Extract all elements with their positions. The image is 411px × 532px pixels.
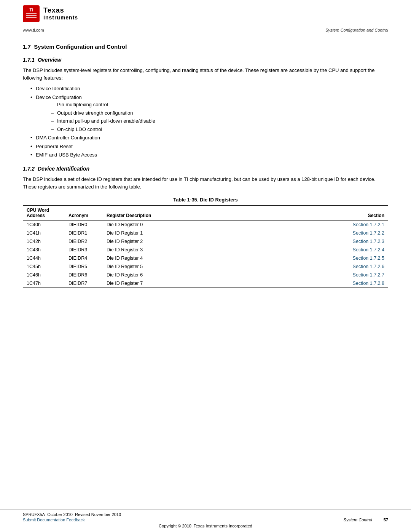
logo-instruments: Instruments xyxy=(43,14,78,21)
cell-section[interactable]: Section 1.7.2.3 xyxy=(339,237,388,246)
table-row: 1C45hDIEIDR5Die ID Register 5Section 1.7… xyxy=(23,262,388,271)
table-row: 1C44hDIEIDR4Die ID Register 4Section 1.7… xyxy=(23,254,388,262)
cell-cpu-word: 1C44h xyxy=(23,254,65,262)
cell-section[interactable]: Section 1.7.2.4 xyxy=(339,246,388,254)
section-172-title: 1.7.2 Device Identification xyxy=(23,166,388,172)
cell-section[interactable]: Section 1.7.2.8 xyxy=(339,279,388,288)
section-link[interactable]: Section 1.7.2.3 xyxy=(353,239,384,244)
cell-description: Die ID Register 2 xyxy=(103,237,339,246)
cell-acronym: DIEIDR4 xyxy=(65,254,103,262)
table-header-row: CPU WordAddress Acronym Register Descrip… xyxy=(23,205,388,220)
cell-acronym: DIEIDR6 xyxy=(65,271,103,279)
cell-acronym: DIEIDR5 xyxy=(65,262,103,271)
sub-header: www.ti.com System Configuration and Cont… xyxy=(0,26,411,34)
section-171-paragraph: The DSP includes system-level registers … xyxy=(23,67,388,82)
footer-copyright: Copyright © 2010, Texas Instruments Inco… xyxy=(23,524,388,528)
section-link[interactable]: Section 1.7.2.7 xyxy=(353,272,384,278)
cell-acronym: DIEIDR2 xyxy=(65,237,103,246)
cell-cpu-word: 1C43h xyxy=(23,246,65,254)
section-171-bullet-list: Device Identification Device Configurati… xyxy=(30,85,388,159)
cell-acronym: DIEIDR3 xyxy=(65,246,103,254)
table-body: 1C40hDIEIDR0Die ID Register 0Section 1.7… xyxy=(23,220,388,288)
page-header: TI Texas Instruments xyxy=(0,0,411,26)
cell-description: Die ID Register 1 xyxy=(103,229,339,237)
list-item: Device Identification xyxy=(30,85,388,93)
table-row: 1C42hDIEIDR2Die ID Register 2Section 1.7… xyxy=(23,237,388,246)
main-content: 1.7 System Configuration and Control 1.7… xyxy=(0,34,411,311)
table-caption: Table 1-35. Die ID Registers xyxy=(23,197,388,203)
cell-cpu-word: 1C41h xyxy=(23,229,65,237)
cell-cpu-word: 1C42h xyxy=(23,237,65,246)
cell-cpu-word: 1C47h xyxy=(23,279,65,288)
section-link[interactable]: Section 1.7.2.5 xyxy=(353,256,384,261)
list-subitem: Output drive strength configuration xyxy=(51,109,388,117)
die-id-registers-table: CPU WordAddress Acronym Register Descrip… xyxy=(23,205,388,288)
cell-description: Die ID Register 3 xyxy=(103,246,339,254)
cell-cpu-word: 1C40h xyxy=(23,220,65,229)
section-172-paragraph: The DSP includes a set of device ID regi… xyxy=(23,176,388,191)
col-header-section: Section xyxy=(339,205,388,220)
section-link[interactable]: Section 1.7.2.1 xyxy=(353,222,384,227)
chapter-title: System Configuration and Control xyxy=(325,28,388,32)
cell-description: Die ID Register 0 xyxy=(103,220,339,229)
section-171-title: 1.7.1 Overview xyxy=(23,57,388,63)
cell-section[interactable]: Section 1.7.2.5 xyxy=(339,254,388,262)
col-header-cpu: CPU WordAddress xyxy=(23,205,65,220)
dash-sublist: Pin multiplexing control Output drive st… xyxy=(51,101,388,133)
section-link[interactable]: Section 1.7.2.2 xyxy=(353,230,384,236)
logo-text: Texas Instruments xyxy=(43,6,78,21)
section-link[interactable]: Section 1.7.2.8 xyxy=(353,281,384,286)
table-row: 1C46hDIEIDR6Die ID Register 6Section 1.7… xyxy=(23,271,388,279)
svg-text:TI: TI xyxy=(30,8,33,12)
table-row: 1C47hDIEIDR7Die ID Register 7Section 1.7… xyxy=(23,279,388,288)
list-item: Peripheral Reset xyxy=(30,143,388,150)
cell-description: Die ID Register 4 xyxy=(103,254,339,262)
cell-section[interactable]: Section 1.7.2.1 xyxy=(339,220,388,229)
footer-top: SPRUFX5A–October 2010–Revised November 2… xyxy=(23,512,388,522)
website-label: www.ti.com xyxy=(23,28,44,32)
col-header-acronym: Acronym xyxy=(65,205,103,220)
list-item: DMA Controller Configuration xyxy=(30,134,388,142)
footer-doc-date: SPRUFX5A–October 2010–Revised November 2… xyxy=(23,512,121,517)
cell-section[interactable]: Section 1.7.2.2 xyxy=(339,229,388,237)
list-subitem: On-chip LDO control xyxy=(51,126,388,133)
cell-cpu-word: 1C46h xyxy=(23,271,65,279)
ti-logo-icon: TI xyxy=(23,5,40,22)
footer-page-number: 57 xyxy=(384,518,388,522)
submit-feedback-link[interactable]: Submit Documentation Feedback xyxy=(23,518,121,522)
cell-acronym: DIEIDR7 xyxy=(65,279,103,288)
cell-description: Die ID Register 5 xyxy=(103,262,339,271)
footer-section-label: System Control xyxy=(344,518,372,522)
cell-section[interactable]: Section 1.7.2.7 xyxy=(339,271,388,279)
page-footer: SPRUFX5A–October 2010–Revised November 2… xyxy=(0,510,411,532)
table-row: 1C41hDIEIDR1Die ID Register 1Section 1.7… xyxy=(23,229,388,237)
cell-acronym: DIEIDR0 xyxy=(65,220,103,229)
list-subitem: Pin multiplexing control xyxy=(51,101,388,109)
table-row: 1C43hDIEIDR3Die ID Register 3Section 1.7… xyxy=(23,246,388,254)
cell-description: Die ID Register 7 xyxy=(103,279,339,288)
cell-acronym: DIEIDR1 xyxy=(65,229,103,237)
list-item: EMIF and USB Byte Access xyxy=(30,151,388,159)
cell-cpu-word: 1C45h xyxy=(23,262,65,271)
col-header-desc: Register Description xyxy=(103,205,339,220)
list-subitem: Internal pull-up and pull-down enable/di… xyxy=(51,117,388,125)
cell-section[interactable]: Section 1.7.2.6 xyxy=(339,262,388,271)
section-link[interactable]: Section 1.7.2.6 xyxy=(353,264,384,269)
cell-description: Die ID Register 6 xyxy=(103,271,339,279)
section-17-title: 1.7 System Configuration and Control xyxy=(23,43,388,50)
footer-left: SPRUFX5A–October 2010–Revised November 2… xyxy=(23,512,121,522)
table-row: 1C40hDIEIDR0Die ID Register 0Section 1.7… xyxy=(23,220,388,229)
logo-container: TI Texas Instruments xyxy=(23,5,78,22)
logo-texas: Texas xyxy=(43,6,78,15)
section-link[interactable]: Section 1.7.2.4 xyxy=(353,247,384,252)
list-item: Device Configuration Pin multiplexing co… xyxy=(30,94,388,133)
